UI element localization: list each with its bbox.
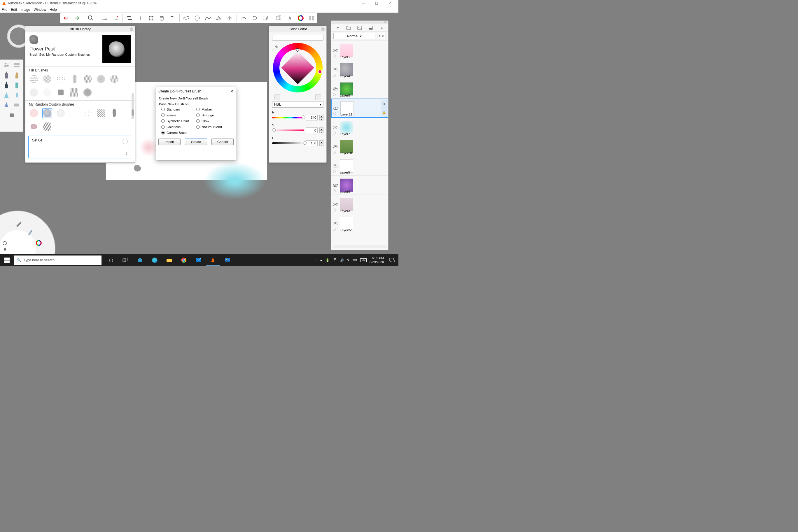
background-icon[interactable] (368, 25, 374, 31)
color-ring-icon[interactable] (35, 239, 43, 247)
radio-current-brush[interactable]: Current Brush (161, 131, 196, 134)
predictive-stroke-icon[interactable] (240, 14, 248, 22)
pencil-tool-icon[interactable] (3, 72, 10, 79)
ui-toggle-icon[interactable] (307, 14, 315, 22)
brush-item[interactable] (42, 121, 52, 132)
symmetry-icon[interactable] (226, 14, 234, 22)
brush-item[interactable] (82, 108, 93, 118)
brush-palette-icon[interactable] (286, 14, 294, 22)
menu-image[interactable]: Image (20, 7, 30, 12)
brush-item[interactable] (56, 88, 65, 97)
current-color-swatch[interactable] (272, 35, 323, 40)
text-icon[interactable]: T (169, 14, 176, 22)
explorer-icon[interactable] (162, 254, 176, 266)
distort-icon[interactable] (147, 14, 155, 22)
visibility-toggle[interactable] (333, 184, 338, 187)
brush-item[interactable] (109, 108, 119, 118)
layer-row[interactable]: Layer4 (331, 60, 388, 79)
layer-color-tag[interactable] (333, 74, 336, 77)
layer-row[interactable]: Layer5 (331, 156, 388, 176)
hue-spinner[interactable]: ▴▾ (319, 115, 323, 120)
brush-library-scrollbar[interactable] (132, 93, 134, 119)
start-button[interactable] (0, 258, 14, 263)
library-icon[interactable] (13, 61, 21, 69)
visibility-toggle[interactable] (333, 222, 338, 225)
photos-icon[interactable] (221, 254, 234, 266)
panel-title[interactable]: Color Editor (269, 26, 326, 32)
brush-item[interactable] (56, 74, 65, 84)
battery-icon[interactable]: 🔋 (325, 259, 329, 262)
brush-item[interactable] (96, 108, 106, 118)
blend-mode-dropdown[interactable]: Normal▾ (334, 33, 375, 39)
notifications-icon[interactable]: 2 (387, 258, 396, 263)
visibility-toggle[interactable] (333, 88, 338, 90)
flipbook-icon[interactable] (275, 14, 283, 22)
airbrush-tool-icon[interactable] (3, 91, 10, 99)
undo-button[interactable] (62, 14, 70, 22)
layer-color-tag[interactable] (333, 151, 336, 154)
mail-icon[interactable] (191, 254, 205, 266)
dialog-titlebar[interactable]: Create Do-It-Yourself Brush ✕ (156, 87, 236, 95)
menu-icon[interactable]: ≡ (379, 25, 384, 31)
sl-handle[interactable] (296, 48, 299, 52)
layer-row[interactable]: Layer10 (331, 137, 388, 156)
sat-spinner[interactable]: ▴▾ (319, 128, 323, 133)
lum-spinner[interactable]: ▴▾ (319, 140, 323, 146)
lum-value[interactable]: 100 (306, 140, 318, 146)
maximize-button[interactable] (370, 0, 383, 6)
radio-eraser[interactable]: Eraser (161, 113, 196, 117)
minimize-button[interactable] (357, 0, 370, 6)
brush-item-selected[interactable] (42, 108, 52, 118)
fill-tool-icon[interactable] (8, 111, 16, 119)
radio-smudge[interactable]: Smudge (196, 113, 231, 117)
visibility-toggle[interactable] (333, 165, 338, 167)
panel-close-icon[interactable] (384, 21, 386, 23)
paintbrush-tool-icon[interactable] (3, 101, 10, 109)
radio-natural[interactable]: Natural Blend (196, 125, 231, 129)
cortana-icon[interactable]: ◯ (104, 254, 118, 266)
brush-item[interactable] (82, 88, 93, 97)
visibility-toggle[interactable] (334, 107, 339, 110)
sat-slider[interactable] (272, 130, 304, 131)
image-icon[interactable] (357, 25, 363, 31)
menu-window[interactable]: Window (34, 7, 46, 12)
eraser-tool-icon[interactable] (13, 101, 21, 109)
perspective-icon[interactable] (215, 14, 223, 22)
selection-tool-icon[interactable] (101, 14, 109, 22)
brush-item[interactable] (96, 74, 106, 84)
brush-item[interactable] (42, 88, 52, 97)
layer-color-tag[interactable] (333, 170, 336, 173)
lagoon-dot-small[interactable] (4, 248, 6, 250)
color-wheel-icon[interactable] (297, 14, 304, 22)
create-button[interactable]: Create (185, 138, 207, 145)
volume-icon[interactable]: 🔊 (340, 259, 344, 262)
layer-row[interactable]: Layer3 (331, 195, 388, 214)
layer-lock-icon[interactable]: 🔒 (382, 111, 386, 114)
brush-item[interactable] (69, 108, 79, 118)
swatch-history-icon[interactable] (274, 94, 280, 100)
lum-slider[interactable] (272, 142, 304, 144)
layer-move-icon[interactable]: ⇕ (383, 102, 385, 106)
brush-item[interactable] (29, 74, 39, 84)
visibility-toggle[interactable] (333, 126, 338, 129)
layer-opacity[interactable]: 100 (377, 33, 386, 39)
menu-help[interactable]: Help (50, 7, 57, 12)
add-layer-icon[interactable]: ＋ (335, 25, 341, 31)
hammer-icon[interactable] (14, 220, 22, 228)
radio-glow[interactable]: Glow (196, 119, 231, 123)
brush-item[interactable] (29, 121, 39, 132)
tray-chevron-icon[interactable]: ˄ (315, 259, 317, 262)
lagoon-dot-large[interactable] (3, 241, 7, 245)
smudge-tool-icon[interactable] (13, 91, 21, 99)
layer-color-tag[interactable] (333, 55, 336, 57)
radio-colorless[interactable]: Colorless (161, 125, 196, 129)
radio-standard[interactable]: Standard (161, 108, 196, 111)
deselect-icon[interactable] (112, 14, 119, 22)
layer-color-tag[interactable] (333, 132, 336, 134)
color-wheel[interactable] (273, 43, 323, 93)
edge-icon[interactable] (148, 254, 162, 266)
taskbar-search[interactable]: 🔍 Type here to search (14, 255, 101, 265)
brush-item[interactable] (42, 74, 52, 84)
ime-icon[interactable]: EN (360, 259, 367, 262)
french-curve-icon[interactable] (204, 14, 212, 22)
